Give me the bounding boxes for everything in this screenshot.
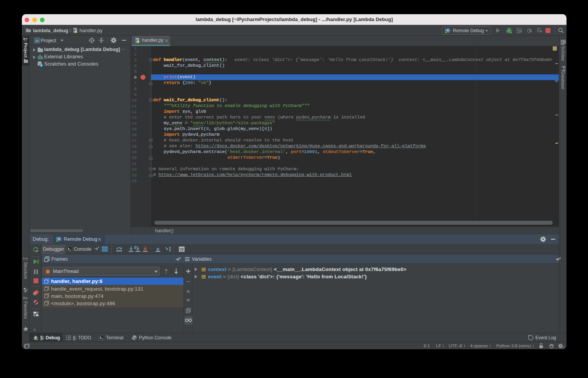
svg-text:?: ?: [562, 345, 564, 349]
